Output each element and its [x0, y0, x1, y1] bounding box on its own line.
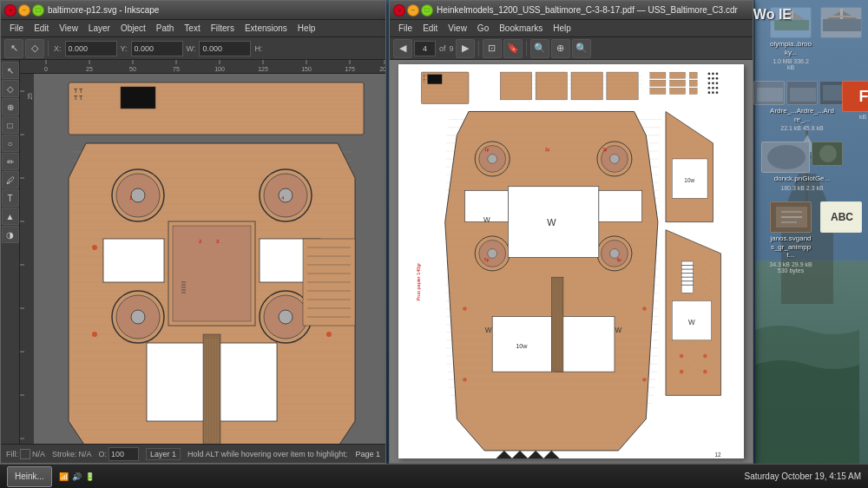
- svg-rect-181: [650, 80, 666, 86]
- pdf-menu-go[interactable]: Go: [472, 22, 494, 35]
- inkscape-content: ↖ ◇ ⊕ □ ○ ✏ 🖊 T ▲ ◑ 0: [1, 60, 385, 444]
- pdf-minimize-btn[interactable]: −: [407, 4, 419, 16]
- opacity-input[interactable]: [108, 447, 139, 461]
- w-input[interactable]: [199, 41, 251, 56]
- svg-rect-175: [607, 72, 638, 100]
- pdf-menu-file[interactable]: File: [393, 22, 418, 35]
- desktop-icon-ardre[interactable]: Ardre_...Ardre_...Ardre_... 22.1 kB 45.8…: [767, 77, 837, 135]
- opacity-label: O:: [99, 450, 108, 458]
- pdf-toolbar: ◀ of 9 ▶ ⊡ 🔖 🔍 ⊕ 🔍: [390, 37, 753, 60]
- tool-pen[interactable]: 🖊: [2, 171, 19, 188]
- inkscape-menu-layer[interactable]: Layer: [83, 22, 115, 35]
- svg-text:2p: 2p: [545, 148, 550, 152]
- inkscape-menu-filters[interactable]: Filters: [206, 22, 240, 35]
- svg-text:T T: T T: [74, 88, 83, 94]
- inkscape-ship-canvas[interactable]: T T T T: [34, 74, 385, 444]
- x-input[interactable]: [65, 41, 117, 56]
- svg-text:Pruo papier 140gr: Pruo papier 140gr: [416, 263, 421, 301]
- svg-rect-51: [20, 74, 34, 444]
- inkscape-menu-extensions[interactable]: Extensions: [240, 22, 293, 35]
- toolbar-node-btn[interactable]: ◇: [25, 39, 44, 58]
- pdf-menu-edit[interactable]: Edit: [418, 22, 443, 35]
- svg-point-191: [716, 73, 719, 76]
- wo-ie-label: Wo IE: [753, 7, 792, 23]
- tool-text[interactable]: T: [2, 189, 19, 207]
- inkscape-toolbar: ↖ ◇ X: Y: W: H:: [1, 37, 385, 60]
- inkscape-minimize-btn[interactable]: −: [18, 4, 30, 16]
- svg-text:5p: 5p: [484, 258, 490, 262]
- taskbar-sound-icon: 🔊: [72, 472, 82, 481]
- svg-text:175: 175: [345, 66, 355, 72]
- tool-fill[interactable]: ▲: [2, 208, 19, 225]
- pdf-close-btn[interactable]: ×: [393, 4, 405, 16]
- svg-text:0: 0: [44, 66, 48, 72]
- desktop-icon-ship2-img: [820, 7, 862, 38]
- pdf-next-btn[interactable]: ▶: [456, 39, 475, 58]
- inkscape-menu-help[interactable]: Help: [293, 22, 321, 35]
- svg-rect-182: [650, 88, 666, 94]
- y-input[interactable]: [131, 41, 183, 56]
- inkscape-canvas-area[interactable]: 0 25 50 75 100 125 150: [20, 60, 385, 444]
- svg-rect-264: [556, 317, 615, 373]
- pdf-canvas-area[interactable]: T T T T: [390, 60, 753, 463]
- pdf-titlebar[interactable]: × − □ Heinkelmodels_1200_USS_baltimore_C…: [390, 1, 753, 20]
- inkscape-menu-text[interactable]: Text: [179, 22, 205, 35]
- pdf-prev-btn[interactable]: ◀: [393, 39, 412, 58]
- fill-value: N/A: [32, 450, 45, 458]
- pdf-zoom-out-btn[interactable]: 🔍: [530, 39, 549, 58]
- tool-rect[interactable]: □: [2, 116, 19, 134]
- desktop-icon-abc[interactable]: ABC: [818, 198, 865, 277]
- svg-rect-185: [670, 88, 686, 94]
- pdf-maximize-btn[interactable]: □: [421, 4, 433, 16]
- desktop-icon-janos-img: [770, 201, 812, 233]
- desktop-icon-janos[interactable]: janos.svgands_gr_animppt... 34.3 kB 29.9…: [767, 198, 814, 277]
- svg-point-304: [463, 307, 467, 311]
- inkscape-titlebar[interactable]: × − □ baltimore-p12.svg - Inkscape: [1, 1, 385, 20]
- tool-gradient[interactable]: ◑: [2, 226, 19, 243]
- layer-indicator[interactable]: Layer 1: [146, 448, 181, 460]
- inkscape-menu-path[interactable]: Path: [151, 22, 180, 35]
- svg-point-248: [488, 155, 497, 164]
- desktop-icon-row-3: donck.pnGlotGe... 180.3 kB 2.3 kB: [767, 138, 865, 195]
- inkscape-menu-object[interactable]: Object: [115, 22, 151, 35]
- svg-text:125: 125: [258, 66, 268, 72]
- pdf-bookmark-btn[interactable]: 🔖: [503, 39, 523, 58]
- tool-node[interactable]: ◇: [2, 80, 19, 97]
- inkscape-menu-file[interactable]: File: [4, 22, 29, 35]
- inkscape-menubar: File Edit View Layer Object Path Text Fi…: [1, 20, 385, 37]
- tool-pencil[interactable]: ✏: [2, 153, 19, 170]
- tool-zoom[interactable]: ⊕: [2, 98, 19, 115]
- pdf-menu-help[interactable]: Help: [548, 22, 576, 35]
- pdf-zoom-in-btn[interactable]: 🔍: [572, 39, 591, 58]
- inkscape-menu-view[interactable]: View: [54, 22, 83, 35]
- svg-text:12: 12: [714, 452, 721, 458]
- inkscape-close-btn[interactable]: ×: [4, 4, 16, 16]
- svg-rect-124: [103, 239, 164, 282]
- tool-arrow[interactable]: ↖: [2, 62, 19, 79]
- desktop-icon-janos-label: janos.svgands_gr_animppt...: [769, 234, 812, 260]
- inkscape-window: × − □ baltimore-p12.svg - Inkscape File …: [0, 0, 386, 464]
- taskbar-heink[interactable]: Heink...: [7, 466, 52, 487]
- taskbar-heink-label: Heink...: [15, 472, 44, 481]
- pdf-menu-view[interactable]: View: [443, 22, 472, 35]
- toolbar-select-btn[interactable]: ↖: [4, 39, 23, 58]
- desktop-icon-donck[interactable]: donck.pnGlotGe... 180.3 kB 2.3 kB: [767, 138, 837, 195]
- svg-rect-129: [173, 226, 251, 321]
- desktop-icon-abc-img: ABC: [820, 201, 862, 233]
- pdf-fit-page-btn[interactable]: ⊡: [483, 39, 502, 58]
- pdf-zoom-100-btn[interactable]: ⊕: [551, 39, 570, 58]
- svg-text:W: W: [688, 319, 695, 326]
- svg-text:6p: 6p: [617, 258, 622, 262]
- inkscape-maximize-btn[interactable]: □: [32, 4, 44, 16]
- svg-point-130: [92, 245, 97, 250]
- pdf-page-input[interactable]: [414, 41, 436, 56]
- desktop-icon-ship2[interactable]: [818, 3, 865, 74]
- svg-rect-173: [536, 72, 567, 100]
- pdf-menu-bookmarks[interactable]: Bookmarks: [494, 22, 548, 35]
- desktop-icon-olympia-size: 1.0 MB 336.2 kB: [769, 58, 812, 70]
- inkscape-menu-edit[interactable]: Edit: [29, 22, 54, 35]
- svg-rect-75: [121, 87, 155, 109]
- tool-circle[interactable]: ○: [2, 135, 19, 152]
- desktop-icon-f[interactable]: F kB: [840, 77, 868, 135]
- svg-rect-187: [689, 80, 697, 86]
